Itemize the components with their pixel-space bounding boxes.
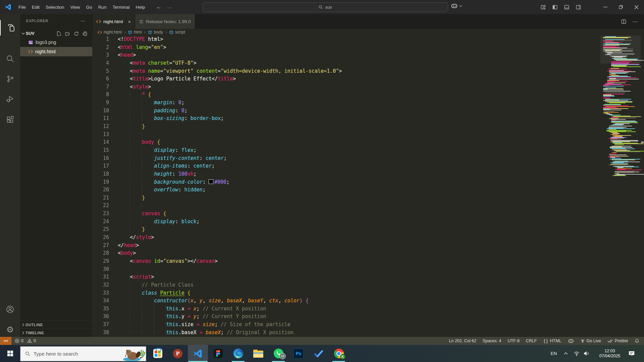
close-button[interactable] [629, 0, 644, 14]
code-line: 30 [92, 265, 599, 274]
nav-forward-icon[interactable]: → [166, 4, 172, 10]
command-center-search[interactable]: suv [203, 2, 448, 12]
code-line: 9 margin: 0; [92, 99, 599, 107]
menu-terminal[interactable]: Terminal [109, 3, 132, 11]
toggle-panel-icon[interactable] [564, 5, 569, 10]
taskbar-vscode-icon[interactable] [188, 345, 208, 362]
language-mode[interactable]: {̹} HTML [543, 339, 561, 344]
volume-icon[interactable] [582, 345, 592, 362]
timeline-section[interactable]: TIMELINE [20, 328, 94, 337]
taskbar-clock[interactable]: 12:03 07/04/2025 [593, 345, 627, 362]
explorer-more-actions-icon[interactable]: ⋯ [80, 18, 86, 23]
encoding-setting[interactable]: UTF-8 [507, 339, 519, 343]
search-activity-icon[interactable] [0, 51, 20, 66]
code-line: 29 <canvas id="canvas"></canvas> [92, 257, 599, 265]
minimap[interactable] [600, 36, 641, 337]
close-tab-icon[interactable]: × [128, 19, 131, 24]
taskbar-edge-icon[interactable] [228, 345, 248, 362]
go-live-button[interactable]: Go Live [580, 339, 601, 343]
breadcrumb-item-html[interactable]: html [128, 30, 142, 35]
folder-section-header[interactable]: SUV [20, 29, 92, 38]
account-icon[interactable] [0, 302, 20, 317]
menu-selection[interactable]: Selection [43, 3, 67, 11]
status-bar: >< 0 0 Ln 202, Col 62 Spaces: 4 UTF-8 CR… [0, 337, 644, 345]
menu-edit[interactable]: Edit [29, 3, 43, 11]
copilot-icon[interactable] [451, 2, 458, 9]
tab-release-notes[interactable]: Release Notes: 1.99.0 [135, 14, 195, 29]
menu-go[interactable]: Go [83, 3, 95, 11]
chevron-down-icon[interactable] [459, 5, 462, 7]
menu-help[interactable]: Help [132, 3, 148, 11]
taskbar-file-explorer-icon[interactable] [248, 345, 268, 362]
indent-guides [118, 234, 130, 240]
source-control-icon[interactable] [0, 71, 20, 86]
code-line: 4 <meta charset="UTF-8"> [92, 59, 599, 67]
taskbar-microsoft-store-icon[interactable] [148, 345, 168, 362]
taskbar-photoshop-icon[interactable]: Ps [288, 345, 309, 362]
explorer-icon[interactable] [0, 20, 21, 36]
collapse-folders-icon[interactable] [83, 31, 88, 36]
line-number: 1 [92, 36, 109, 44]
nav-back-icon[interactable]: ← [156, 4, 162, 10]
code-editor[interactable]: 1<!DOCTYPE html>2<html lang="en">3<head>… [92, 36, 644, 337]
taskbar-whatsapp-icon[interactable]: ۱۳ [268, 345, 288, 362]
whatsapp-badge: ۱۳ [279, 353, 286, 359]
extensions-icon[interactable] [0, 112, 20, 127]
line-content: <!DOCTYPE html> [109, 36, 163, 44]
taskbar-psiphon-icon[interactable]: P [168, 345, 188, 362]
new-folder-icon[interactable] [65, 31, 70, 36]
line-content: display: flex; [109, 146, 197, 155]
line-content: height: 100vh; [109, 170, 197, 178]
refresh-icon[interactable] [74, 31, 79, 36]
wifi-icon[interactable] [572, 345, 582, 362]
run-debug-icon[interactable] [0, 91, 20, 107]
prettier-status[interactable]: Prettier [607, 339, 628, 343]
file-logo3-png[interactable]: logo3.png [20, 38, 92, 47]
breadcrumb-label: script [175, 30, 185, 35]
start-button[interactable] [0, 345, 20, 362]
file-night-html[interactable]: night.html [20, 47, 92, 56]
copilot-status-icon[interactable] [568, 338, 574, 344]
color-swatch[interactable] [209, 179, 213, 184]
taskbar-chrome-icon[interactable]: K [329, 345, 349, 362]
restore-button[interactable] [613, 0, 629, 14]
indent-guides [118, 321, 166, 327]
symbol-tag-icon [148, 30, 152, 35]
line-content [109, 202, 142, 210]
indentation-setting[interactable]: Spaces: 4 [483, 339, 501, 343]
split-editor-icon[interactable] [621, 19, 626, 24]
settings-gear-icon[interactable]: ⚙ [0, 322, 20, 337]
line-number: 37 [92, 321, 109, 329]
remote-indicator[interactable]: >< [0, 337, 11, 345]
menu-run[interactable]: Run [95, 3, 110, 11]
cursor-position[interactable]: Ln 202, Col 62 [449, 339, 476, 343]
notifications-bell-icon[interactable] [635, 339, 639, 343]
tab-night-html[interactable]: night.html× [92, 14, 135, 29]
minimize-button[interactable] [598, 0, 613, 14]
eol-setting[interactable]: CRLF [526, 339, 537, 343]
editor-more-actions-icon[interactable]: ⋯ [632, 18, 638, 25]
outline-section[interactable]: OUTLINE [20, 320, 94, 329]
toggle-secondary-sidebar-icon[interactable] [576, 5, 581, 10]
editor-scrollbar[interactable] [641, 36, 644, 337]
taskbar-todo-icon[interactable] [309, 345, 329, 362]
breadcrumb-item-night-html[interactable]: night.html [98, 30, 122, 35]
indent-guides [118, 60, 130, 66]
taskbar-search-box[interactable]: Type here to search [20, 346, 146, 361]
hidden-icons-chevron[interactable] [561, 345, 571, 362]
menu-view[interactable]: View [67, 3, 83, 11]
taskbar-figma-icon[interactable] [208, 345, 228, 362]
breadcrumb-item-body[interactable]: body [148, 30, 163, 35]
errors-count[interactable]: 0 [21, 339, 23, 343]
new-file-icon[interactable] [56, 31, 61, 36]
toggle-sidebar-icon[interactable] [552, 5, 557, 10]
warnings-count[interactable]: 0 [34, 339, 36, 343]
customize-layout-icon[interactable] [541, 5, 546, 10]
search-highlight-beaver-image[interactable] [119, 347, 146, 361]
indent-guides [118, 219, 154, 225]
warnings-icon [27, 339, 32, 343]
action-center-icon[interactable] [626, 345, 637, 362]
breadcrumb-item-script[interactable]: script [169, 30, 185, 35]
language-indicator[interactable]: EN [547, 345, 560, 362]
menu-file[interactable]: File [15, 3, 29, 11]
